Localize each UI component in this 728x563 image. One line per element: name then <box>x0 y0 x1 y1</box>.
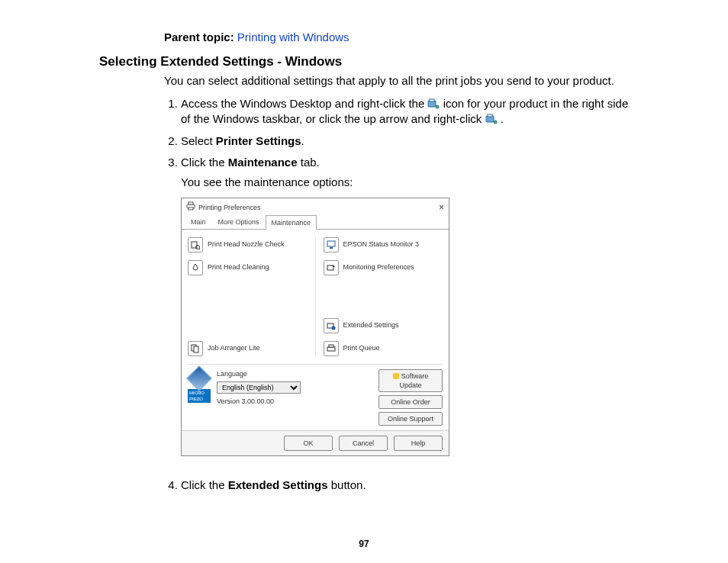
monitoring-prefs-icon <box>324 260 339 275</box>
step-4-bold: Extended Settings <box>228 478 328 491</box>
step-3: Click the Maintenance tab. You see the m… <box>181 155 636 456</box>
online-support-button[interactable]: Online Support <box>378 412 443 426</box>
nozzle-check-label: Print Head Nozzle Check <box>208 240 285 249</box>
language-label: Language <box>217 369 372 378</box>
product-tray-icon <box>485 113 498 124</box>
svg-rect-1 <box>430 99 434 101</box>
dialog-titlebar: Printing Preferences × <box>182 198 449 214</box>
printing-preferences-dialog: Printing Preferences × Main More Options… <box>181 198 449 456</box>
step-1-text-c: . <box>501 112 504 125</box>
svg-rect-14 <box>327 241 335 246</box>
parent-topic-label: Parent topic: <box>164 31 234 43</box>
tab-main[interactable]: Main <box>185 214 212 228</box>
step-3-note: You see the maintenance options: <box>181 175 636 190</box>
monitoring-prefs-button[interactable]: Monitoring Preferences <box>324 260 443 275</box>
svg-rect-13 <box>194 346 198 352</box>
dialog-footer: OK Cancel Help <box>182 430 449 455</box>
status-monitor-icon <box>324 237 339 253</box>
step-2-bold: Printer Settings <box>216 134 301 147</box>
print-queue-label: Print Queue <box>343 343 380 352</box>
step-2-text-a: Select <box>181 134 216 147</box>
print-queue-icon <box>324 341 339 356</box>
svg-rect-15 <box>330 247 333 249</box>
step-2: Select Printer Settings. <box>181 134 636 149</box>
head-cleaning-icon <box>188 260 203 275</box>
svg-rect-20 <box>329 345 333 347</box>
svg-point-18 <box>331 326 335 330</box>
close-button[interactable]: × <box>439 203 444 212</box>
product-tray-icon <box>427 98 440 108</box>
steps-list: Access the Windows Desktop and right-cli… <box>164 96 636 493</box>
extended-settings-button[interactable]: Extended Settings <box>324 318 443 333</box>
parent-topic: Parent topic: Printing with Windows <box>164 31 636 43</box>
job-arranger-label: Job Arranger Lite <box>208 343 260 352</box>
software-update-button[interactable]: Software Update <box>378 369 443 392</box>
step-3-text-a: Click the <box>181 156 228 169</box>
svg-rect-16 <box>327 265 333 270</box>
step-3-text-c: tab. <box>298 156 320 169</box>
ok-button[interactable]: OK <box>284 436 333 451</box>
micro-piezo-logo: MICRO PIEZO <box>188 369 211 403</box>
job-arranger-icon <box>188 341 203 356</box>
nozzle-check-button[interactable]: Print Head Nozzle Check <box>188 237 308 253</box>
software-update-label: Software Update <box>399 372 428 389</box>
page-number: 97 <box>0 539 728 549</box>
job-arranger-button[interactable]: Job Arranger Lite <box>188 341 308 356</box>
status-monitor-button[interactable]: EPSON Status Monitor 3 <box>324 237 443 253</box>
dialog-title: Printing Preferences <box>198 203 261 212</box>
help-button[interactable]: Help <box>394 436 443 451</box>
nozzle-check-icon <box>188 237 203 253</box>
svg-line-11 <box>199 249 200 249</box>
step-4: Click the Extended Settings button. <box>181 478 636 493</box>
svg-rect-8 <box>188 208 193 210</box>
extended-settings-icon <box>324 318 339 333</box>
section-heading: Selecting Extended Settings - Windows <box>99 54 636 69</box>
version-text: Version 3.00.00.00 <box>217 397 372 406</box>
svg-rect-19 <box>327 347 335 351</box>
printer-icon <box>186 201 195 213</box>
step-2-text-c: . <box>301 134 304 147</box>
dialog-tabs: Main More Options Maintenance <box>182 214 449 229</box>
print-queue-button[interactable]: Print Queue <box>324 341 443 356</box>
extended-settings-label: Extended Settings <box>343 320 399 330</box>
svg-rect-7 <box>188 202 193 204</box>
svg-rect-4 <box>488 114 492 117</box>
monitoring-prefs-label: Monitoring Preferences <box>343 262 414 272</box>
svg-point-2 <box>436 105 439 108</box>
cancel-button[interactable]: Cancel <box>339 436 388 451</box>
online-order-button[interactable]: Online Order <box>378 395 443 409</box>
parent-topic-link[interactable]: Printing with Windows <box>237 31 350 43</box>
tab-more-options[interactable]: More Options <box>212 214 266 228</box>
step-3-bold: Maintenance <box>228 156 298 169</box>
step-4-text-c: button. <box>328 478 366 491</box>
head-cleaning-label: Print Head Cleaning <box>208 262 269 272</box>
intro-text: You can select additional settings that … <box>164 74 636 87</box>
status-monitor-label: EPSON Status Monitor 3 <box>343 240 420 249</box>
svg-point-5 <box>494 121 497 124</box>
tab-maintenance[interactable]: Maintenance <box>266 215 317 229</box>
step-1-text-a: Access the Windows Desktop and right-cli… <box>181 97 427 110</box>
step-4-text-a: Click the <box>181 478 228 491</box>
step-1: Access the Windows Desktop and right-cli… <box>181 96 636 127</box>
head-cleaning-button[interactable]: Print Head Cleaning <box>188 260 308 275</box>
language-select[interactable]: English (English) <box>217 381 301 394</box>
